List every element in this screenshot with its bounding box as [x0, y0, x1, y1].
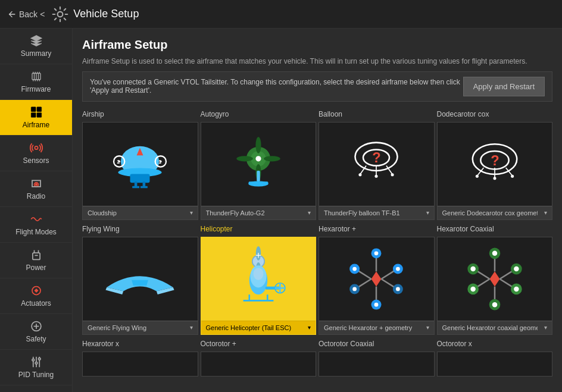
airframe-card-flyingwing[interactable]: Generic Flying Wing [82, 237, 198, 335]
autogyro-select[interactable]: ThunderFly Auto-G2 [201, 206, 316, 219]
section-label-flyingwing: Flying Wing [82, 224, 198, 234]
svg-rect-15 [31, 112, 36, 117]
airship-select[interactable]: Cloudship [83, 206, 198, 219]
helicopter-select-wrap: Generic Helicopter (Tail ESC) [201, 321, 316, 334]
breadcrumb-separator: < [40, 10, 45, 19]
balloon-select-wrap: ThunderFly balloon TF-B1 [319, 206, 434, 219]
main-content: Airframe Setup Airframe Setup is used to… [73, 29, 562, 392]
svg-line-100 [358, 270, 371, 278]
balloon-image: ? [319, 123, 434, 206]
svg-text:1: 1 [158, 159, 161, 165]
sidebar-pidtuning-label: PID Tuning [18, 371, 54, 379]
airframe-card-airship[interactable]: 2 1 Cloudship [82, 122, 198, 220]
sidebar-item-camera[interactable]: Camera [0, 385, 72, 392]
sidebar-sensors-label: Sensors [23, 156, 49, 165]
helicopter-image [201, 237, 316, 321]
actuators-icon [30, 284, 43, 297]
svg-point-80 [511, 175, 514, 178]
sidebar-item-power[interactable]: Power [0, 243, 72, 278]
radio-icon [30, 177, 43, 190]
sidebar-power-label: Power [26, 264, 46, 272]
airframe-card-autogyro[interactable]: ThunderFly Auto-G2 [201, 122, 317, 220]
power-icon [30, 249, 43, 261]
section-label-octorotor-plus: Octorotor + [201, 338, 317, 349]
svg-point-19 [35, 184, 37, 186]
summary-icon [30, 35, 43, 47]
back-button[interactable]: Back [7, 10, 38, 19]
sidebar-item-flightmodes[interactable]: Flight Modes [0, 207, 72, 243]
airframe-card-octorotor-x[interactable] [437, 352, 553, 377]
section-label-helicopter: Helicopter [201, 224, 317, 234]
sidebar-item-firmware[interactable]: Firmware [0, 64, 72, 100]
airframe-card-hexarotor-coaxial[interactable]: Generic Hexarotor coaxial geometry [437, 237, 553, 335]
svg-point-56 [255, 156, 261, 161]
svg-marker-116 [489, 271, 499, 286]
flyingwing-select-wrap: Generic Flying Wing [83, 321, 198, 334]
hexarotor-plus-select[interactable]: Generic Hexarotor + geometry [319, 321, 434, 334]
svg-point-115 [396, 287, 400, 291]
sidebar-item-actuators[interactable]: Actuators [0, 278, 72, 314]
svg-point-132 [470, 286, 475, 291]
svg-point-28 [32, 359, 35, 361]
alert-text: You've connected a Generic VTOL Tailsitt… [90, 78, 463, 95]
airframe-card-hexarotor-plus[interactable]: Generic Hexarotor + geometry [319, 237, 435, 335]
airframe-card-hexarotor-x[interactable] [82, 352, 198, 377]
svg-point-71 [391, 173, 394, 176]
section-label-hexarotor-plus: Hexarotor + [319, 224, 435, 234]
section-label-dodecarotor: Dodecarotor cox [437, 109, 553, 120]
section-label-hexarotor-x: Hexarotor x [82, 338, 198, 349]
svg-rect-52 [132, 186, 139, 188]
svg-point-105 [374, 251, 379, 255]
hexarotor-plus-select-wrap: Generic Hexarotor + geometry [319, 321, 434, 334]
svg-point-134 [514, 286, 519, 291]
apply-restart-button[interactable]: Apply and Restart [463, 77, 545, 96]
airship-select-wrap: Cloudship [83, 206, 198, 219]
airframe-card-octorotor-plus[interactable] [201, 352, 317, 377]
section-label-hexarotor-coaxial: Hexarotor Coaxial [437, 224, 553, 234]
sensors-icon [30, 142, 43, 154]
svg-point-109 [352, 266, 357, 271]
sidebar-item-radio[interactable]: Radio [0, 171, 72, 207]
section-label-autogyro: Autogyro [201, 109, 317, 120]
section-label-airship: Airship [82, 109, 198, 120]
hexarotor-coaxial-image [438, 237, 552, 321]
dodecarotor-select[interactable]: Generic Dodecarotor cox geometry [438, 206, 552, 219]
dodecarotor-select-wrap: Generic Dodecarotor cox geometry [438, 206, 552, 219]
airframe-card-balloon[interactable]: ? ThunderFly balloon TF-B1 [319, 122, 435, 220]
balloon-select[interactable]: ThunderFly balloon TF-B1 [319, 206, 434, 219]
svg-point-81 [493, 177, 496, 180]
pidtuning-icon [30, 356, 43, 368]
svg-point-34 [38, 358, 40, 360]
svg-rect-13 [31, 107, 36, 112]
flyingwing-select[interactable]: Generic Flying Wing [83, 321, 198, 334]
sidebar-item-safety[interactable]: Safety [0, 314, 72, 350]
sidebar-item-pidtuning[interactable]: PID Tuning [0, 350, 72, 385]
sidebar-summary-label: Summary [21, 49, 51, 58]
hexarotor-coaxial-select[interactable]: Generic Hexarotor coaxial geometry [438, 321, 552, 334]
airframe-card-octorotor-coaxial[interactable] [319, 352, 435, 377]
dodecarotor-image: ? [438, 123, 552, 206]
svg-line-101 [382, 270, 395, 278]
airframe-card-helicopter[interactable]: Generic Helicopter (Tail ESC) [201, 237, 317, 335]
svg-rect-14 [36, 107, 41, 112]
flyingwing-image [83, 237, 198, 321]
sidebar-item-airframe[interactable]: Airframe [0, 100, 72, 136]
octorotor-x-image [438, 352, 552, 376]
sidebar-airframe-label: Airframe [23, 121, 49, 129]
sidebar-item-summary[interactable]: Summary [0, 29, 72, 64]
helicopter-select[interactable]: Generic Helicopter (Tail ESC) [201, 321, 316, 334]
svg-point-59 [236, 156, 253, 161]
sidebar-actuators-label: Actuators [21, 299, 51, 308]
section-label-octorotor-x: Octorotor x [437, 338, 553, 349]
svg-point-72 [375, 175, 378, 178]
autogyro-image [201, 123, 316, 206]
octorotor-plus-image [201, 352, 316, 376]
svg-point-126 [492, 302, 497, 307]
svg-rect-42 [130, 174, 150, 183]
sidebar-item-sensors[interactable]: Sensors [0, 136, 72, 171]
svg-text:2: 2 [117, 159, 120, 165]
safety-icon [30, 320, 43, 333]
airframe-setup-desc: Airframe Setup is used to select the air… [82, 57, 552, 67]
alert-bar: You've connected a Generic VTOL Tailsitt… [82, 71, 552, 102]
airframe-card-dodecarotor[interactable]: ? Generic Dodecarotor cox geometr [437, 122, 553, 220]
